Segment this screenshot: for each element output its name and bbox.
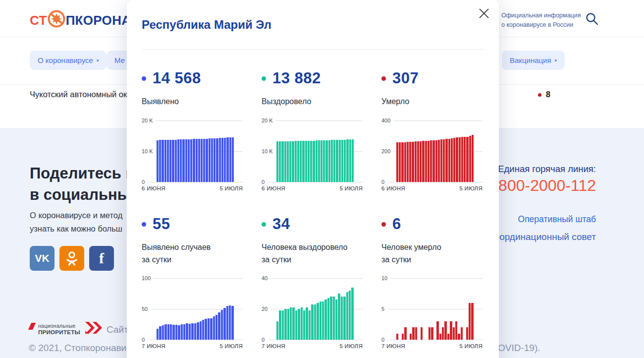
bar	[459, 137, 461, 182]
chart-tick-label: 0	[381, 337, 387, 343]
bar	[402, 334, 404, 340]
bar	[209, 138, 211, 182]
bar	[172, 140, 174, 182]
bar	[421, 327, 423, 340]
chart-plot: 20 K10 K0	[262, 120, 363, 182]
hotline-phone-number: 8-800-2000-112	[484, 177, 596, 195]
odnoklassniki-icon[interactable]	[59, 246, 84, 271]
bar	[346, 139, 348, 182]
bar	[281, 141, 283, 182]
bar	[223, 308, 225, 340]
vk-icon[interactable]: VK	[30, 246, 54, 271]
stat-label: Выявлено	[142, 95, 256, 108]
official-info-line1: Официальная информация	[501, 11, 581, 20]
bar	[321, 140, 322, 182]
bar	[336, 140, 338, 182]
bar	[295, 141, 297, 182]
stat-label: Человека выздоровелоза сутки	[262, 241, 376, 266]
stat-label: Выявлено случаевза сутки	[142, 241, 256, 266]
bar	[469, 303, 471, 340]
bar	[226, 306, 228, 340]
bar	[284, 141, 286, 182]
bar	[295, 310, 297, 340]
bar	[175, 325, 177, 340]
stat-label: Человек умерлоза сутки	[381, 241, 495, 266]
operational-hq-link[interactable]: Оперативный штаб	[518, 214, 596, 225]
bar	[425, 141, 427, 182]
bar	[469, 136, 471, 182]
bar	[188, 139, 190, 182]
bar	[325, 140, 327, 182]
bar	[309, 310, 311, 340]
stat-value: 55	[153, 215, 170, 233]
table-row-region-value: 8	[538, 90, 550, 99]
bar	[292, 307, 294, 340]
bar	[164, 324, 166, 340]
bar	[420, 141, 422, 182]
bar	[162, 325, 164, 340]
stat-dot-icon	[262, 76, 266, 81]
share-body-line2: узнать как можно больш	[30, 224, 122, 233]
bar	[213, 316, 215, 340]
bar	[287, 141, 289, 182]
chart-gridline	[262, 182, 363, 182]
bar	[466, 137, 468, 182]
red-dot-icon	[538, 93, 541, 97]
chart-tick-label: 0	[142, 337, 148, 343]
bar	[201, 139, 203, 182]
partner-line1: национальные	[38, 323, 75, 329]
stat-dot-icon	[262, 222, 266, 227]
social-buttons: VK f	[30, 246, 114, 271]
bar	[157, 140, 159, 182]
vk-label: VK	[35, 252, 49, 264]
bar	[182, 139, 184, 182]
bar	[464, 137, 466, 182]
bar	[303, 310, 305, 340]
bar	[444, 321, 446, 340]
bar	[407, 142, 409, 182]
chart-tick-label: 0	[381, 179, 387, 185]
stat-total-2: 307Умерло	[381, 69, 495, 108]
bar	[313, 141, 315, 182]
chart-date-end: 5 ИЮЛЯ	[219, 343, 243, 349]
national-priorities-logo[interactable]: национальные ПРИОРИТЕТЫ	[30, 320, 103, 339]
close-icon[interactable]	[476, 6, 492, 22]
chart-tick-label: 10 K	[262, 148, 276, 154]
bar	[226, 137, 228, 182]
chart-date-labels: 6 ИЮНЯ5 ИЮЛЯ	[381, 185, 483, 191]
nav-vaccination-label: Вакцинация	[510, 56, 551, 64]
chart-date-end: 5 ИЮЛЯ	[459, 343, 483, 349]
chart-confirmed-daily: 1005007 ИЮНЯ5 ИЮЛЯ	[142, 278, 243, 349]
chart-confirmed-total: 20 K10 K06 ИЮНЯ5 ИЮЛЯ	[142, 120, 243, 191]
bar	[410, 334, 412, 340]
chart-date-end: 5 ИЮЛЯ	[339, 343, 363, 349]
coordination-council-link[interactable]: Координационный совет	[489, 232, 596, 242]
stat-value: 14 568	[153, 69, 201, 87]
search-icon[interactable]	[585, 12, 599, 27]
nav-about-coronavirus[interactable]: О коронавирусе ▾	[30, 51, 107, 70]
table-row-region-name[interactable]: Чукотский автономный ок	[30, 90, 127, 99]
bar	[455, 321, 457, 340]
bar	[157, 329, 159, 340]
facebook-label: f	[99, 250, 104, 267]
bar	[314, 304, 316, 340]
bar	[305, 141, 307, 182]
chart-deaths-daily: 10507 ИЮНЯ5 ИЮЛЯ	[381, 278, 483, 349]
chart-date-labels: 6 ИЮНЯ5 ИЮЛЯ	[262, 185, 363, 191]
nav-vaccination[interactable]: Вакцинация ▾	[502, 51, 565, 70]
bar	[177, 139, 179, 182]
bar	[431, 327, 433, 340]
bar	[175, 140, 177, 182]
nav-measures-label: Ме	[114, 56, 125, 64]
bar	[422, 141, 424, 182]
chart-date-labels: 6 ИЮНЯ5 ИЮЛЯ	[142, 185, 243, 191]
bar	[206, 139, 208, 182]
chart-date-labels: 7 ИЮНЯ5 ИЮЛЯ	[142, 343, 243, 349]
bar	[200, 321, 202, 340]
stat-number-row: 14 568	[142, 69, 256, 87]
chart-tick-label: 100	[142, 275, 154, 281]
chart-bars	[157, 278, 234, 340]
bar	[335, 299, 337, 340]
bar	[216, 138, 218, 182]
facebook-icon[interactable]: f	[89, 246, 114, 271]
